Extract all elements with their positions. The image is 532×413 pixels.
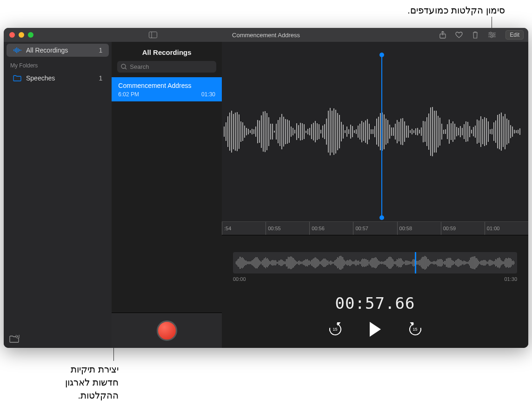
sidebar-item-label: All Recordings — [26, 47, 68, 54]
recording-list: All Recordings Search Commencement Addre… — [112, 42, 222, 348]
callout-line — [113, 348, 114, 361]
playhead[interactable] — [381, 55, 382, 218]
minimize-button[interactable] — [19, 32, 24, 38]
titlebar: Commencement Address Edit — [4, 28, 528, 42]
timeline-tick: 00:56 — [309, 222, 353, 235]
sidebar-item-all-recordings[interactable]: All Recordings 1 — [7, 44, 109, 57]
record-bar — [112, 313, 222, 348]
sidebar-item-count: 1 — [99, 47, 103, 54]
skip-back-label: 15 — [332, 327, 337, 332]
overview-waveform[interactable] — [233, 252, 517, 273]
skip-back-button[interactable]: 15 — [329, 323, 342, 336]
recording-title: Commencement Address — [118, 82, 215, 89]
main-area: All Recordings 1 My Folders Speeches 1 A… — [4, 42, 528, 348]
svg-point-6 — [492, 34, 494, 36]
search-icon — [121, 64, 127, 70]
timeline-tick: :54 — [222, 222, 266, 235]
timeline-tick: 00:55 — [266, 222, 309, 235]
settings-icon[interactable] — [488, 32, 496, 38]
playback-controls: 15 15 — [222, 322, 528, 348]
edit-button[interactable]: Edit — [505, 30, 524, 40]
recording-list-header: All Recordings — [112, 42, 222, 61]
sidebar-item-speeches[interactable]: Speeches 1 — [7, 72, 109, 85]
search-input[interactable]: Search — [117, 61, 216, 73]
skip-forward-button[interactable]: 15 — [409, 323, 422, 336]
overview-start-label: 00:00 — [233, 276, 246, 282]
callout-favorite: סימון הקלטות כמועדפים. — [407, 4, 505, 17]
waveform-large[interactable] — [222, 42, 528, 221]
search-placeholder: Search — [130, 63, 149, 70]
timecode: 00:57.66 — [222, 285, 528, 322]
detail-pane: :5400:5500:5600:5700:5800:5901:00 00:00 … — [222, 42, 528, 348]
sidebar: All Recordings 1 My Folders Speeches 1 — [4, 42, 112, 348]
overview-end-label: 01:30 — [504, 276, 517, 282]
maximize-button[interactable] — [28, 32, 33, 38]
close-button[interactable] — [9, 32, 15, 38]
recording-duration: 01:30 — [201, 91, 215, 98]
waveform-icon — [13, 47, 21, 53]
play-button[interactable] — [370, 322, 381, 337]
sidebar-section-header: My Folders — [4, 59, 112, 70]
new-folder-icon[interactable] — [9, 335, 106, 343]
traffic-lights — [4, 32, 33, 38]
svg-rect-0 — [149, 32, 157, 38]
sidebar-item-count: 1 — [99, 74, 103, 82]
svg-point-18 — [121, 64, 126, 68]
favorite-icon[interactable] — [455, 32, 463, 39]
app-window: Commencement Address Edit All — [4, 28, 528, 348]
sidebar-item-label: Speeches — [26, 74, 55, 82]
svg-point-4 — [490, 32, 492, 34]
recording-time: 6:02 PM — [118, 91, 139, 98]
record-button[interactable] — [157, 320, 177, 341]
window-title: Commencement Address — [232, 32, 300, 39]
folder-icon — [13, 75, 21, 81]
trash-icon[interactable] — [472, 31, 479, 39]
timeline-tick: 00:58 — [397, 222, 441, 235]
callout-line — [492, 17, 492, 28]
overview-playhead[interactable] — [415, 252, 416, 273]
timeline-tick: 01:00 — [485, 222, 528, 235]
callout-new-folder: יצירת תיקיות חדשות לארגון ההקלטות. — [44, 363, 119, 402]
timeline[interactable]: :5400:5500:5600:5700:5800:5901:00 — [222, 221, 528, 235]
timeline-tick: 00:59 — [441, 222, 485, 235]
sidebar-toggle-icon[interactable] — [149, 32, 157, 38]
share-icon[interactable] — [439, 31, 446, 39]
skip-fwd-label: 15 — [412, 327, 417, 332]
svg-point-8 — [491, 36, 492, 38]
recording-item[interactable]: Commencement Address 6:02 PM 01:30 — [112, 77, 222, 101]
timeline-tick: 00:57 — [353, 222, 397, 235]
svg-line-19 — [125, 68, 126, 69]
